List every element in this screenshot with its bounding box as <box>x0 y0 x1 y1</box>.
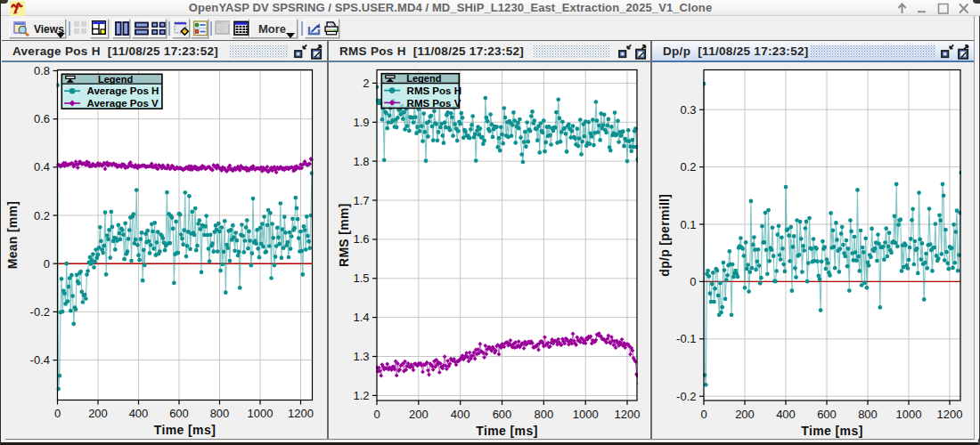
svg-text:dp/p [permill]: dp/p [permill] <box>658 194 673 277</box>
svg-text:0.8: 0.8 <box>34 64 50 77</box>
svg-text:600: 600 <box>493 408 512 421</box>
svg-text:Time [ms]: Time [ms] <box>801 424 862 438</box>
svg-text:Time [ms]: Time [ms] <box>476 424 537 438</box>
svg-text:1000: 1000 <box>573 408 599 421</box>
svg-text:600: 600 <box>817 408 837 421</box>
svg-text:1000: 1000 <box>248 407 274 420</box>
svg-text:0: 0 <box>690 275 696 288</box>
svg-text:0: 0 <box>700 408 706 421</box>
svg-text:1.4: 1.4 <box>353 311 369 324</box>
svg-text:0.6: 0.6 <box>34 112 50 125</box>
svg-text:RMS Pos V: RMS Pos V <box>407 98 461 109</box>
svg-text:0.3: 0.3 <box>680 103 696 117</box>
svg-text:Mean [mm]: Mean [mm] <box>5 201 20 270</box>
svg-text:400: 400 <box>776 408 796 421</box>
svg-text:800: 800 <box>210 407 230 420</box>
svg-text:0: 0 <box>373 408 380 421</box>
svg-text:RMS [mm]: RMS [mm] <box>337 203 351 267</box>
svg-text:400: 400 <box>129 407 149 420</box>
svg-text:200: 200 <box>409 408 429 421</box>
svg-text:1.2: 1.2 <box>353 389 369 402</box>
svg-text:1.8: 1.8 <box>353 155 369 168</box>
svg-text:1.7: 1.7 <box>353 194 369 207</box>
svg-text:1.5: 1.5 <box>353 271 369 285</box>
svg-text:Time [ms]: Time [ms] <box>154 423 216 437</box>
svg-text:Legend: Legend <box>406 73 441 84</box>
svg-text:800: 800 <box>534 408 553 421</box>
svg-text:RMS Pos H: RMS Pos H <box>407 85 461 96</box>
svg-text:Average Pos V: Average Pos V <box>87 98 159 109</box>
svg-text:2: 2 <box>363 77 369 90</box>
svg-text:-0.1: -0.1 <box>676 332 696 345</box>
svg-text:1.6: 1.6 <box>353 232 369 246</box>
svg-text:1.9: 1.9 <box>353 116 369 129</box>
svg-text:1.3: 1.3 <box>353 350 369 363</box>
svg-text:0.2: 0.2 <box>34 209 50 222</box>
svg-text:0.4: 0.4 <box>34 160 50 174</box>
svg-text:1200: 1200 <box>288 407 314 420</box>
svg-text:200: 200 <box>735 408 755 421</box>
svg-text:400: 400 <box>451 408 470 421</box>
svg-text:-0.2: -0.2 <box>676 390 696 403</box>
svg-text:0.1: 0.1 <box>680 218 696 231</box>
svg-text:600: 600 <box>169 407 189 420</box>
svg-text:1000: 1000 <box>896 408 922 421</box>
svg-text:Legend: Legend <box>98 74 133 85</box>
svg-text:1200: 1200 <box>937 408 963 421</box>
svg-text:0: 0 <box>54 407 61 420</box>
svg-text:1200: 1200 <box>615 408 641 421</box>
svg-text:-0.2: -0.2 <box>30 305 50 319</box>
svg-text:0.2: 0.2 <box>680 160 696 174</box>
svg-text:0: 0 <box>44 257 50 271</box>
svg-text:-0.4: -0.4 <box>30 353 50 367</box>
svg-text:200: 200 <box>88 407 108 420</box>
svg-text:800: 800 <box>858 408 878 421</box>
svg-text:Average Pos H: Average Pos H <box>87 85 159 96</box>
